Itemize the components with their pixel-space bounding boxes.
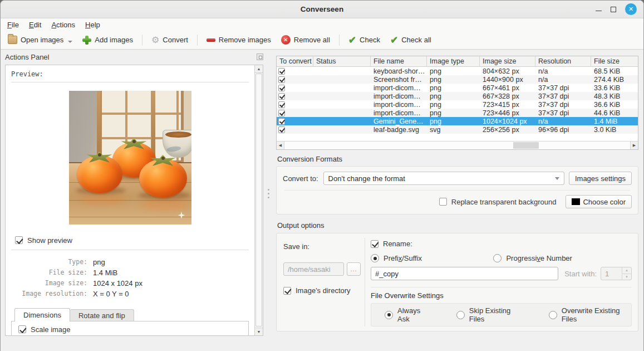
close-button[interactable]: ✕ bbox=[625, 3, 637, 15]
actions-panel: Actions Panel Preview: bbox=[5, 50, 263, 336]
images-settings-button[interactable]: Images settings bbox=[569, 172, 632, 185]
table-h-scrollbar[interactable]: ◀ ▶ bbox=[277, 141, 638, 149]
rename-pattern-input[interactable] bbox=[371, 267, 558, 280]
add-images-button[interactable]: Add images bbox=[78, 33, 137, 47]
column-header-image-size[interactable]: Image size bbox=[480, 56, 535, 66]
h-scroll-thumb[interactable] bbox=[513, 142, 539, 149]
table-row[interactable]: Screenshot fr…png1440×900 pxn/a274.4 KiB bbox=[277, 75, 638, 84]
row-checkbox[interactable] bbox=[278, 93, 285, 100]
check-all-button[interactable]: ✔ Check all bbox=[386, 33, 435, 46]
always-ask-radio[interactable]: Always Ask bbox=[385, 306, 431, 323]
scale-image-label: Scale image bbox=[31, 325, 71, 334]
table-row[interactable]: leaf-badge.svgsvg256×256 px96×96 dpi3.0 … bbox=[277, 125, 638, 134]
images-directory-checkbox[interactable]: Image's directory bbox=[283, 286, 365, 295]
image-info: Type:pngFile size:1.4 MiBImage size:1024… bbox=[6, 257, 254, 299]
column-header-resolution[interactable]: Resolution bbox=[535, 56, 591, 66]
save-path-input[interactable] bbox=[283, 262, 344, 276]
scroll-left-button[interactable]: ◀ bbox=[277, 142, 284, 149]
browse-button[interactable]: ... bbox=[347, 262, 361, 276]
table-row[interactable]: Gemini_Gene…png1024×1024 pxn/a1.4 MiB bbox=[277, 117, 638, 125]
convert-label: Convert bbox=[163, 36, 188, 44]
menu-help[interactable]: Help bbox=[80, 20, 105, 30]
remove-images-button[interactable]: Remove images bbox=[203, 33, 275, 46]
scale-image-checkbox[interactable]: Scale image bbox=[18, 325, 248, 334]
info-value: 1024 x 1024 px bbox=[93, 279, 142, 287]
show-preview-label: Show preview bbox=[27, 236, 72, 245]
cell-file-name: import-dicom… bbox=[371, 84, 427, 92]
start-with-spinner[interactable]: 1 ▲ ▼ bbox=[601, 267, 632, 280]
column-header-image-type[interactable]: Image type bbox=[427, 56, 480, 66]
cell-file-name: keyboard-shor… bbox=[371, 67, 427, 75]
checkbox-icon bbox=[18, 325, 26, 333]
row-checkbox[interactable] bbox=[278, 101, 285, 108]
preview-image bbox=[69, 91, 191, 225]
spinner-down-button[interactable]: ▼ bbox=[622, 274, 631, 280]
table-row[interactable]: import-dicom…png667×328 px37×37 dpi48.3 … bbox=[277, 92, 638, 100]
maximize-button[interactable] bbox=[611, 7, 616, 12]
progressive-number-label: Progressive Number bbox=[506, 254, 572, 262]
prefix-suffix-radio[interactable]: Prefix/Suffix bbox=[371, 254, 493, 262]
menu-edit[interactable]: Edit bbox=[24, 20, 46, 30]
title-bar[interactable]: Converseen ✕ bbox=[1, 1, 643, 18]
float-panel-button[interactable] bbox=[257, 53, 263, 60]
row-checkbox[interactable] bbox=[278, 118, 285, 125]
cell-resolution: 37×37 dpi bbox=[535, 101, 591, 109]
scroll-down-button[interactable]: ▼ bbox=[255, 328, 263, 335]
info-label: Image size: bbox=[6, 279, 87, 287]
cell-file-size: 36.6 KiB bbox=[591, 101, 638, 109]
cell-image-type: png bbox=[427, 92, 480, 100]
check-button[interactable]: ✔ Check bbox=[345, 33, 384, 46]
format-select[interactable]: Don't change the format bbox=[323, 172, 564, 185]
checkbox-icon bbox=[283, 287, 291, 295]
replace-transparent-checkbox[interactable]: Replace transparent background bbox=[439, 198, 557, 206]
choose-color-button[interactable]: Choose color bbox=[566, 195, 632, 208]
output-options-label: Output options bbox=[277, 221, 638, 230]
column-header-status[interactable]: Status bbox=[313, 56, 371, 66]
column-header-file-size[interactable]: File size bbox=[591, 56, 638, 66]
cell-image-size: 667×328 px bbox=[480, 92, 535, 100]
convert-to-label: Convert to: bbox=[283, 174, 318, 183]
row-checkbox[interactable] bbox=[278, 126, 285, 133]
row-checkbox[interactable] bbox=[278, 85, 285, 91]
show-preview-checkbox[interactable]: Show preview bbox=[15, 236, 254, 245]
column-header-file-name[interactable]: File name bbox=[371, 56, 427, 66]
plus-icon bbox=[82, 36, 91, 45]
overwrite-existing-radio[interactable]: Overwrite Existing Files bbox=[549, 306, 631, 323]
radio-icon bbox=[549, 311, 557, 319]
column-header-to-convert[interactable]: To convert bbox=[277, 56, 313, 66]
cell-image-size: 256×256 px bbox=[480, 126, 535, 134]
menu-bar: FileEditActionsHelp bbox=[1, 18, 643, 31]
table-row[interactable]: import-dicom…png667×461 px37×37 dpi33.6 … bbox=[277, 84, 638, 92]
row-checkbox[interactable] bbox=[278, 110, 285, 116]
menu-file[interactable]: File bbox=[2, 20, 24, 30]
rename-checkbox[interactable]: Rename: bbox=[371, 240, 632, 248]
remove-all-button[interactable]: ✕ Remove all bbox=[277, 33, 334, 47]
minimize-button[interactable] bbox=[596, 6, 602, 12]
convert-button[interactable]: ⚙ Convert bbox=[148, 33, 192, 47]
cell-image-type: png bbox=[427, 76, 480, 84]
skip-existing-radio[interactable]: Skip Existing Files bbox=[456, 306, 523, 323]
checkbox-icon bbox=[15, 236, 23, 244]
table-row[interactable]: import-dicom…png723×415 px37×37 dpi36.6 … bbox=[277, 100, 638, 109]
scroll-up-button[interactable]: ▲ bbox=[255, 65, 263, 73]
tab-dimensions[interactable]: Dimensions bbox=[14, 308, 70, 321]
radio-icon bbox=[493, 254, 502, 262]
menu-actions[interactable]: Actions bbox=[46, 20, 80, 30]
panel-scrollbar[interactable]: ▲ ▼ bbox=[254, 65, 263, 335]
tab-rotate-and-flip[interactable]: Rotate and flip bbox=[70, 309, 134, 321]
cell-image-type: png bbox=[427, 109, 480, 117]
panel-splitter[interactable] bbox=[263, 50, 276, 336]
toolbar-separator bbox=[339, 35, 340, 46]
scroll-right-button[interactable]: ▶ bbox=[630, 142, 638, 149]
minus-icon bbox=[207, 38, 215, 42]
row-checkbox[interactable] bbox=[278, 76, 285, 83]
table-row[interactable]: import-dicom…png723×446 px37×37 dpi44.6 … bbox=[277, 109, 638, 117]
table-row[interactable]: keyboard-shor…png804×632 pxn/a68.5 KiB bbox=[277, 67, 638, 75]
spinner-up-button[interactable]: ▲ bbox=[622, 267, 631, 274]
check-all-label: Check all bbox=[401, 36, 431, 44]
open-images-button[interactable]: Open images bbox=[4, 33, 76, 46]
replace-transparent-label: Replace transparent background bbox=[451, 198, 557, 206]
row-checkbox[interactable] bbox=[278, 68, 285, 75]
progressive-number-radio[interactable]: Progressive Number bbox=[493, 254, 572, 262]
scroll-thumb[interactable] bbox=[255, 74, 262, 326]
